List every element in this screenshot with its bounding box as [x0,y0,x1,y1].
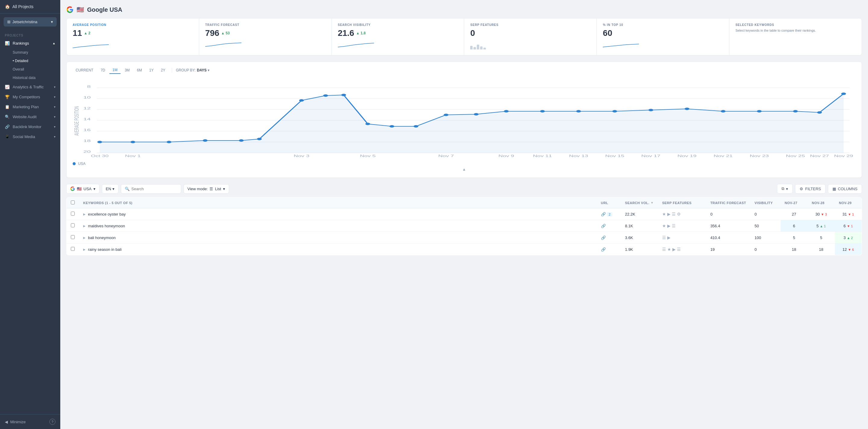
sidebar-item-historical[interactable]: Historical data [0,73,60,82]
selected-label: SELECTED KEYWORDS [735,23,856,27]
search-input[interactable] [131,187,177,191]
stat-avg-position: AVERAGE POSITION 11 ▲ 2 [67,19,199,55]
expand-btn[interactable]: ▶ [83,236,86,239]
lang-selector[interactable]: EN ▾ [102,184,119,193]
select-all-checkbox[interactable] [71,201,75,205]
grid-icon: ⊞ [7,20,10,24]
link-icon[interactable]: 🔗 [601,224,606,228]
chart-controls: CURRENT 7D 1M 3M 6M 1Y 2Y GROUP BY: DAYS… [73,67,856,74]
main-content: 🇺🇸 Google USA AVERAGE POSITION 11 ▲ 2 TR… [60,0,868,429]
svg-point-33 [613,110,617,113]
audit-label: Website Audit [13,115,36,119]
th-search-vol[interactable]: SEARCH VOL. ▼ [621,197,658,208]
svg-text:Nov 7: Nov 7 [438,154,454,158]
minimize-label: Minimize [10,420,26,424]
view-mode-btn[interactable]: View mode: ☰ List ▾ [184,184,229,193]
expand-btn[interactable]: ▶ [83,248,86,251]
expand-btn[interactable]: ▶ [83,224,86,227]
stat-top10: % IN TOP 10 60 [597,19,730,55]
serp-bar-3 [477,44,479,50]
sidebar-item-backlink[interactable]: 🔗 Backlink Monitor ▾ [0,122,60,132]
sidebar-bottom[interactable]: ◀ Minimize ? [0,414,60,429]
sidebar-item-rankings[interactable]: 📊 Rankings ▲ [0,38,60,48]
sidebar-item-social[interactable]: 📱 Social Media ▾ [0,132,60,142]
all-projects-nav[interactable]: 🏠 All Projects [0,0,60,13]
sidebar-item-competitors[interactable]: 🏆 My Competitors ▾ [0,92,60,102]
th-visibility: VISIBILITY [750,197,781,208]
th-nov28: NOV-28 [808,197,835,208]
sidebar-item-analytics[interactable]: 📈 Analytics & Traffic ▾ [0,82,60,92]
avg-pos-change: ▲ 2 [84,31,90,35]
time-btn-current[interactable]: CURRENT [73,67,96,73]
traffic-label: TRAFFIC FORECAST [205,23,326,27]
svg-text:AVERAGE POSITION: AVERAGE POSITION [73,106,80,136]
svg-point-40 [841,93,846,95]
svg-point-37 [757,110,762,113]
backlink-icon: 🔗 [5,124,10,129]
project-selector[interactable]: ⊞ Jetsetchristina ▾ [4,17,57,27]
time-btn-1y[interactable]: 1Y [146,67,157,73]
link-icon[interactable]: 🔗 [601,236,606,240]
competitors-chevron: ▾ [54,95,56,99]
top10-label: % IN TOP 10 [603,23,723,27]
help-icon[interactable]: ? [50,419,56,425]
link-icon[interactable]: 🔗 [601,212,606,216]
svg-point-32 [576,110,581,113]
sidebar-item-summary[interactable]: Summary [0,48,60,57]
columns-icon: ▦ [832,187,836,191]
row-checkbox-cell [67,208,79,220]
url-cell: 🔗 [597,220,621,232]
svg-text:Nov 3: Nov 3 [293,154,309,158]
link-icon[interactable]: 🔗 [601,247,606,252]
row-checkbox[interactable] [71,247,75,251]
svg-text:Nov 27: Nov 27 [810,154,829,158]
engine-selector[interactable]: 🇺🇸 USA ▾ [66,184,99,193]
columns-btn[interactable]: ▦ COLUMNS [828,184,862,193]
columns-label: COLUMNS [838,187,858,191]
group-by-label: GROUP BY: [176,68,195,72]
row-checkbox[interactable] [71,223,75,227]
sidebar-item-marketing[interactable]: 📋 Marketing Plan ▾ [0,102,60,112]
row-checkbox[interactable] [71,212,75,216]
time-btn-2y[interactable]: 2Y [158,67,168,73]
svg-text:Nov 19: Nov 19 [678,154,697,158]
time-btn-1m[interactable]: 1M [110,67,121,74]
time-btn-3m[interactable]: 3M [122,67,133,73]
row-checkbox[interactable] [71,235,75,239]
visibility-cell: 100 [750,232,781,244]
searchvol-cell: 3.6K [621,232,658,244]
time-btn-7d[interactable]: 7D [98,67,108,73]
collapse-chart-btn[interactable]: ▲ [73,166,856,173]
country-flag: 🇺🇸 [76,6,84,13]
projects-section-label: PROJECTS [0,30,60,38]
google-small-icon [70,186,75,191]
search-box[interactable]: 🔍 [121,184,181,193]
legend-label-usa: USA [78,161,86,166]
group-by-selector[interactable]: GROUP BY: DAYS ▾ [176,68,210,72]
copy-btn[interactable]: ⧉ ▾ [777,184,793,193]
toolbar-right: ⧉ ▾ ⚙ FILTERS ▦ COLUMNS [777,184,862,193]
time-btn-6m[interactable]: 6M [134,67,145,73]
nov27-cell: 27 [781,208,808,220]
sidebar-item-overall[interactable]: Overall [0,65,60,73]
svg-text:16: 16 [84,128,91,132]
nov28-cell: 5 ▲ 1 [808,220,835,232]
engine-label: USA [84,187,92,191]
visibility-sparkline [338,40,374,50]
keyword-text: maldives honeymoon [88,224,125,228]
svg-text:Nov 17: Nov 17 [641,154,660,158]
backlink-label: Backlink Monitor [13,124,41,129]
analytics-chevron: ▾ [54,85,56,89]
chart-container: CURRENT 7D 1M 3M 6M 1Y 2Y GROUP BY: DAYS… [66,61,862,178]
sidebar-item-audit[interactable]: 🔍 Website Audit ▾ [0,112,60,122]
filters-btn[interactable]: ⚙ FILTERS [795,184,826,193]
filter-icon: ⚙ [800,187,803,191]
th-keywords[interactable]: KEYWORDS (1 - 5 OUT OF 5) [79,197,597,208]
expand-btn[interactable]: ▶ [83,213,86,216]
table-row: ▶ bali honeymoon 🔗 3.6K ☰▶ 410.4 100 5 5… [67,232,862,244]
social-label: Social Media [13,134,35,139]
sidebar-item-detailed[interactable]: Detailed [0,57,60,65]
rankings-chevron: ▲ [53,41,56,45]
sort-icon-searchvol: ▼ [650,201,653,205]
th-nov29: NOV-29 [835,197,862,208]
